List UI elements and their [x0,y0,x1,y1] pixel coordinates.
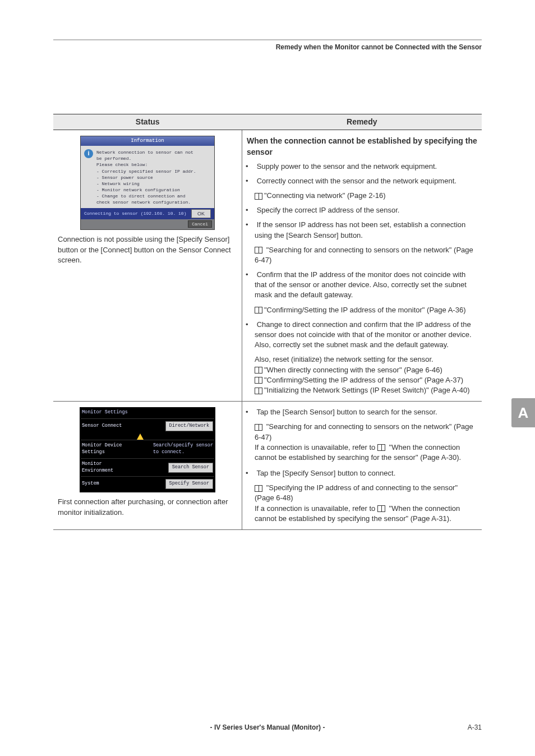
status-remedy-table: Status Remedy Information i Network conn… [53,114,482,530]
monitor-settings-screenshot: Monitor Settings Sensor Connect Direct/N… [80,407,215,492]
book-icon [255,424,262,431]
remedy-heading: When the connection cannot be establishe… [247,136,477,158]
info-icon: i [84,149,93,158]
status-caption: First connection after purchasing, or co… [58,497,237,517]
table-row: Monitor Settings Sensor Connect Direct/N… [53,402,482,530]
book-icon [255,193,262,200]
book-icon [377,444,385,451]
ok-button[interactable]: OK [191,209,211,219]
connecting-status: Connecting to sensor (192.168. 10. 10) [84,210,186,216]
book-icon [255,367,262,374]
page-number: A-31 [448,723,482,732]
book-icon [255,388,262,394]
monitor-title: Monitor Settings [81,408,214,418]
status-caption: Connection is not possible using the [Sp… [58,234,237,265]
book-icon [255,485,262,492]
appendix-tab: A [511,398,535,427]
warning-icon [137,434,144,440]
book-icon [377,505,385,512]
book-icon [255,377,262,384]
book-icon [255,307,262,314]
book-icon [255,247,262,253]
direct-network-button[interactable]: Direct/Network [165,421,213,431]
footer-title: - IV Series User's Manual (Monitor) - [87,723,448,732]
dialog-message: Network connection to sensor can not be … [96,149,196,206]
breadcrumb: Remedy when the Monitor cannot be Connec… [53,43,482,52]
col-remedy: Remedy [242,114,482,130]
cancel-button[interactable]: Cancel [188,220,212,228]
dialog-title: Information [81,136,214,146]
search-sensor-button[interactable]: Search Sensor [168,463,213,473]
info-dialog: Information i Network connection to sens… [80,136,215,230]
table-row: Information i Network connection to sens… [53,130,482,402]
col-status: Status [53,114,242,130]
specify-sensor-button[interactable]: Specify Sensor [165,479,213,489]
